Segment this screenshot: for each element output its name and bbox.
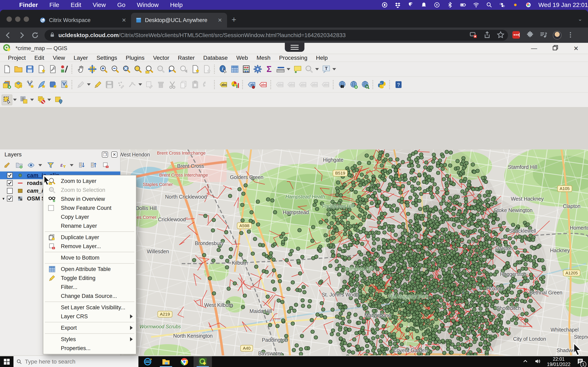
tab-close-icon[interactable]: ✕ bbox=[216, 17, 223, 24]
reload-button[interactable] bbox=[30, 30, 40, 41]
save-project-icon[interactable] bbox=[25, 64, 35, 75]
deselect-features-dropdown-icon[interactable] bbox=[47, 99, 51, 101]
qgis-menu-web[interactable]: Web bbox=[232, 55, 252, 61]
share-icon[interactable] bbox=[483, 31, 491, 40]
maximize-window-button[interactable] bbox=[24, 17, 29, 22]
close-button[interactable]: ✕ bbox=[573, 45, 579, 52]
layer-labeling-icon[interactable]: abc bbox=[218, 79, 229, 90]
new-annotation-icon[interactable] bbox=[304, 64, 314, 75]
taskbar-chrome[interactable] bbox=[175, 356, 194, 367]
new-shapefile-layer-icon[interactable] bbox=[25, 79, 35, 90]
layer-visibility-checkbox[interactable] bbox=[7, 173, 13, 178]
layer-expand-icon[interactable]: ▾ bbox=[0, 196, 7, 201]
menu-item-styles[interactable]: Styles bbox=[43, 335, 136, 344]
macos-menu-view[interactable]: View bbox=[93, 1, 106, 8]
save-layer-edits-icon[interactable] bbox=[104, 79, 115, 90]
menu-item-set-layer-scale-visibility[interactable]: Set Layer Scale Visibility... bbox=[43, 303, 136, 312]
help-contents-icon[interactable]: ? bbox=[393, 79, 404, 90]
map-tips-icon[interactable] bbox=[292, 64, 303, 75]
forward-button[interactable] bbox=[16, 30, 27, 41]
browser-tab-1[interactable]: Citrix Workspace✕ bbox=[35, 13, 131, 27]
show-layout-manager-icon[interactable] bbox=[47, 64, 58, 75]
pan-map-icon[interactable] bbox=[76, 64, 86, 75]
select-by-location-icon[interactable] bbox=[53, 95, 64, 105]
playback-icon[interactable] bbox=[434, 2, 440, 8]
citrix-session-handle[interactable] bbox=[285, 43, 304, 52]
menu-checkbox[interactable] bbox=[48, 205, 54, 211]
zoom-in-icon[interactable] bbox=[98, 64, 109, 75]
current-edits-icon[interactable] bbox=[76, 79, 86, 90]
measure-icon[interactable] bbox=[275, 64, 286, 75]
delete-selected-icon[interactable] bbox=[156, 79, 166, 90]
restore-button[interactable] bbox=[552, 45, 558, 52]
python-console-icon[interactable] bbox=[376, 79, 387, 90]
menu-item-copy-layer[interactable]: Copy Layer bbox=[43, 212, 136, 221]
menu-item-zoom-to-layer[interactable]: Zoom to Layer bbox=[43, 176, 136, 185]
taskbar-internet-explorer[interactable] bbox=[138, 356, 157, 367]
qgis-menu-plugins[interactable]: Plugins bbox=[121, 55, 149, 61]
browser-tab-2[interactable]: Desktop@UCL Anywhere✕ bbox=[131, 13, 227, 27]
notification-center-icon[interactable]: 1 bbox=[577, 358, 584, 366]
tab-close-icon[interactable]: ✕ bbox=[121, 17, 127, 24]
siri-icon[interactable] bbox=[525, 2, 531, 8]
taskbar-qgis[interactable] bbox=[194, 356, 212, 367]
menu-item-export[interactable]: Export bbox=[43, 323, 136, 332]
select-features-by-value-dropdown-icon[interactable] bbox=[30, 99, 34, 101]
map-canvas[interactable]: West HendonBrent Cross InterchangeBrent … bbox=[121, 150, 588, 355]
menu-item-show-feature-count[interactable]: Show Feature Count bbox=[43, 203, 136, 212]
zoom-last-icon[interactable] bbox=[167, 64, 178, 75]
select-features-icon[interactable] bbox=[2, 95, 12, 105]
layer-visibility-checkbox[interactable] bbox=[7, 196, 13, 201]
start-button[interactable] bbox=[0, 356, 13, 367]
filter-by-expression-icon[interactable]: ε bbox=[58, 161, 67, 170]
macos-app-menu[interactable]: Finder bbox=[19, 1, 38, 8]
add-feature-icon[interactable] bbox=[116, 79, 126, 90]
add-wms-layer-icon[interactable] bbox=[348, 79, 359, 90]
minimize-window-button[interactable] bbox=[15, 17, 20, 22]
open-data-source-manager-icon[interactable] bbox=[2, 79, 12, 90]
macos-menu-window[interactable]: Window bbox=[137, 1, 159, 8]
freedome-icon[interactable] bbox=[408, 2, 414, 8]
tab-list-chevron-icon[interactable]: ⌄ bbox=[578, 16, 582, 22]
tray-chevron-icon[interactable] bbox=[522, 359, 528, 365]
cut-features-icon[interactable] bbox=[167, 79, 178, 90]
new-spatialite-layer-icon[interactable] bbox=[36, 79, 47, 90]
browser-menu-icon[interactable] bbox=[567, 31, 574, 39]
battery-icon[interactable] bbox=[460, 2, 466, 8]
zoom-out-icon[interactable] bbox=[110, 64, 121, 75]
filter-legend-icon[interactable] bbox=[46, 161, 55, 170]
paste-features-icon[interactable] bbox=[190, 79, 200, 90]
menu-item-rename-layer[interactable]: Rename Layer bbox=[43, 221, 136, 230]
text-annotation-dropdown-icon[interactable] bbox=[332, 68, 336, 70]
layer-diagram-icon[interactable] bbox=[229, 79, 240, 90]
panel-float-icon[interactable]: ❐ bbox=[102, 151, 108, 158]
menu-item-move-to-bottom[interactable]: Move to Bottom bbox=[43, 253, 136, 262]
zoom-full-icon[interactable] bbox=[121, 64, 132, 75]
bluetooth-icon[interactable] bbox=[447, 2, 453, 8]
modify-attributes-icon[interactable] bbox=[144, 79, 155, 90]
pan-to-selection-icon[interactable] bbox=[87, 64, 98, 75]
menu-item-layer-crs[interactable]: Layer CRS bbox=[43, 312, 136, 321]
bookmark-star-icon[interactable] bbox=[497, 31, 505, 40]
new-geopackage-layer-icon[interactable] bbox=[13, 79, 24, 90]
macos-clock[interactable]: Wed 19 Jan 22:01 bbox=[538, 1, 588, 8]
profile-avatar[interactable] bbox=[553, 31, 562, 40]
menu-item-filter[interactable]: Filter... bbox=[43, 283, 136, 292]
qgis-menu-settings[interactable]: Settings bbox=[92, 55, 121, 61]
menu-item-properties[interactable]: Properties... bbox=[43, 344, 136, 353]
new-annotation-dropdown-icon[interactable] bbox=[315, 68, 319, 70]
wifi-icon[interactable] bbox=[473, 2, 479, 8]
statistical-summary-icon[interactable] bbox=[241, 64, 251, 75]
control-center-icon[interactable] bbox=[499, 2, 505, 8]
taskbar-search-input[interactable] bbox=[25, 359, 136, 365]
new-map-view-icon[interactable] bbox=[190, 64, 200, 75]
back-button[interactable] bbox=[3, 30, 13, 41]
status-dot-icon[interactable] bbox=[512, 2, 518, 8]
collapse-all-icon[interactable] bbox=[89, 161, 98, 170]
filter-by-expression-dropdown-icon[interactable] bbox=[70, 164, 73, 166]
menu-item-show-in-overview[interactable]: Show in Overview bbox=[43, 194, 136, 203]
identify-features-icon[interactable]: i bbox=[218, 64, 229, 75]
tray-clock[interactable]: 22:0119/01/2022 bbox=[547, 356, 571, 367]
vertex-tool-icon[interactable] bbox=[127, 79, 138, 90]
manage-map-themes-dropdown-icon[interactable] bbox=[38, 164, 42, 166]
